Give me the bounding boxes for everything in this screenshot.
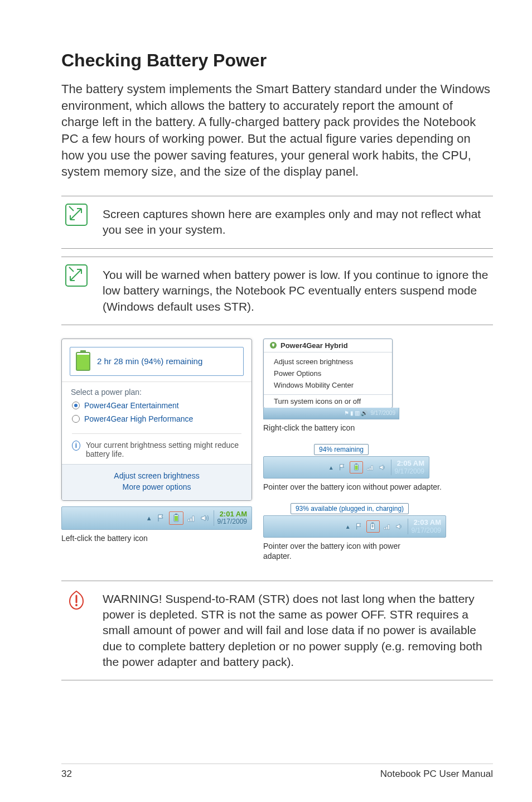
svg-rect-8 xyxy=(355,466,357,470)
caption-with-adapter: Pointer over the battery icon with power… xyxy=(263,541,408,561)
caption-rightclick: Right-click the battery icon xyxy=(263,423,493,433)
svg-point-11 xyxy=(75,604,78,606)
warning-text: WARNING! Suspend-to-RAM (STR) does not l… xyxy=(91,587,493,675)
date-sm-2: 9/17/2009 xyxy=(412,527,441,534)
ctx-title-text: Power4Gear Hybrid xyxy=(280,341,348,350)
clock-sm-2[interactable]: 2:03 AM 9/17/2009 xyxy=(412,519,441,534)
info-icon: i xyxy=(72,441,80,451)
battery-large-icon xyxy=(76,352,90,371)
brightness-info: i Your current brightness setting might … xyxy=(72,433,241,458)
context-menu: Power4Gear Hybrid Adjust screen brightne… xyxy=(263,339,393,408)
note-text-2: You will be warned when battery power is… xyxy=(91,263,493,319)
ctx-adjust-brightness[interactable]: Adjust screen brightness xyxy=(264,356,392,368)
page-number: 32 xyxy=(61,769,72,780)
note-icon xyxy=(61,202,91,243)
note-box-2: You will be warned when battery power is… xyxy=(61,257,493,325)
mini-flag-icon: ⚑ xyxy=(344,410,349,416)
remaining-text: 2 hr 28 min (94%) remaining xyxy=(97,356,202,366)
date-left: 9/17/2009 xyxy=(217,518,247,525)
tooltip-wrap-1: 94% remaining ▲ 2:05 AM xyxy=(263,444,493,479)
network-icon[interactable] xyxy=(382,521,392,532)
page-footer: 32 Notebook PC User Manual xyxy=(61,764,493,780)
time-sm-2: 2:03 AM xyxy=(412,519,441,526)
ctx-turn-icons[interactable]: Turn system icons on or off xyxy=(264,394,392,408)
figure-row: 2 hr 28 min (94%) remaining Select a pow… xyxy=(61,339,493,562)
date-sm-1: 9/17/2009 xyxy=(395,468,424,475)
battery-plug-tray-icon[interactable] xyxy=(368,521,378,532)
remaining-box: 2 hr 28 min (94%) remaining xyxy=(70,347,244,376)
flag-icon[interactable] xyxy=(156,513,167,524)
clock-left[interactable]: 2:01 AM 9/17/2009 xyxy=(217,510,247,525)
taskbar-sm-1: ▲ 2:05 AM 9/17/2009 xyxy=(263,456,429,479)
tray-icons xyxy=(156,511,210,525)
tooltip-charging: 93% available (plugged in, charging) xyxy=(291,503,409,514)
flag-icon[interactable] xyxy=(337,462,347,472)
mini-volume-icon: 🔊 xyxy=(361,410,367,416)
select-plan-label: Select a power plan: xyxy=(62,382,252,399)
ctx-title[interactable]: Power4Gear Hybrid xyxy=(264,339,392,352)
power-plan-popup: 2 hr 28 min (94%) remaining Select a pow… xyxy=(61,339,252,501)
clock-sm-1[interactable]: 2:05 AM 9/17/2009 xyxy=(395,460,424,475)
mini-battery-icon: ▮ xyxy=(350,410,354,416)
note-box-1: Screen captures shown here are examples … xyxy=(61,196,493,249)
info-text: Your current brightness setting might re… xyxy=(86,441,241,458)
power4gear-icon xyxy=(269,341,277,349)
show-hidden-icon[interactable]: ▲ xyxy=(345,524,351,530)
figure-left-column: 2 hr 28 min (94%) remaining Select a pow… xyxy=(61,339,252,562)
caption-no-adapter: Pointer over the battery icon without po… xyxy=(263,482,493,492)
adjust-brightness-link[interactable]: Adjust screen brightness xyxy=(62,470,252,481)
figure-right-column: Power4Gear Hybrid Adjust screen brightne… xyxy=(263,339,493,562)
radio-unselected-icon xyxy=(72,415,80,423)
battery-tray-icon[interactable] xyxy=(171,513,182,524)
svg-rect-3 xyxy=(175,514,177,515)
svg-rect-1 xyxy=(66,265,87,286)
ctx-power-options[interactable]: Power Options xyxy=(264,368,392,379)
battery-tray-icon[interactable] xyxy=(351,462,361,472)
volume-icon[interactable] xyxy=(199,513,210,524)
battery-tray-highlight xyxy=(169,511,183,525)
tooltip-remaining: 94% remaining xyxy=(314,444,369,455)
intro-text: The battery system implements the Smart … xyxy=(61,81,493,180)
plan-high-performance[interactable]: Power4Gear High Performance xyxy=(62,412,252,426)
ctx-mobility-center[interactable]: Windows Mobility Center xyxy=(264,379,392,391)
plan-entertainment[interactable]: Power4Gear Entertainment xyxy=(62,399,252,412)
note-icon xyxy=(61,263,91,319)
caption-left: Left-click the battery icon xyxy=(61,533,252,543)
taskbar-sm-2: ▲ 2:03 AM 9/17/2009 xyxy=(263,515,446,538)
svg-rect-10 xyxy=(371,523,374,524)
volume-icon[interactable] xyxy=(378,462,388,472)
mini-taskbar-1: ⚑ ▮ ▥ 🔊 9/17/2009 xyxy=(263,408,399,419)
volume-icon[interactable] xyxy=(394,521,404,532)
page-title: Checking Battery Power xyxy=(61,50,493,71)
time-left: 2:01 AM xyxy=(217,510,247,518)
warning-box: WARNING! Suspend-to-RAM (STR) does not l… xyxy=(61,581,493,681)
battery-tray-highlight xyxy=(350,461,363,474)
svg-rect-4 xyxy=(175,516,178,521)
svg-rect-0 xyxy=(66,204,87,225)
plan1-label: Power4Gear Entertainment xyxy=(84,401,179,410)
note-text-1: Screen captures shown here are examples … xyxy=(91,202,493,243)
taskbar-left: ▲ xyxy=(61,506,252,530)
tooltip-wrap-2: 93% available (plugged in, charging) ▲ xyxy=(263,503,493,538)
footer-label: Notebook PC User Manual xyxy=(380,769,493,780)
radio-selected-icon xyxy=(72,402,80,409)
time-sm-1: 2:05 AM xyxy=(395,460,424,467)
svg-rect-7 xyxy=(355,463,357,465)
warning-icon xyxy=(61,587,91,675)
network-icon[interactable] xyxy=(186,513,197,524)
network-icon[interactable] xyxy=(365,462,375,472)
plan2-label: Power4Gear High Performance xyxy=(84,414,193,423)
show-hidden-icon[interactable]: ▲ xyxy=(328,465,334,471)
battery-tray-highlight xyxy=(366,520,380,533)
show-hidden-icon[interactable]: ▲ xyxy=(146,515,152,521)
flag-icon[interactable] xyxy=(354,521,364,532)
mini-date-1: 9/17/2009 xyxy=(371,410,396,416)
mini-network-icon: ▥ xyxy=(355,410,360,416)
more-power-options-link[interactable]: More power options xyxy=(62,481,252,492)
